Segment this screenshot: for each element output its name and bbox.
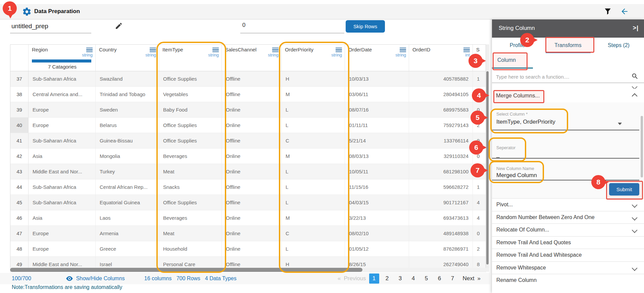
panel-scrollbar[interactable] [641,116,643,177]
table-cell[interactable]: Beverages [159,210,222,225]
table-cell[interactable]: 1 [473,179,486,195]
column-menu-icon[interactable] [212,48,219,52]
select-column-field[interactable]: ItemType, OrderPriority [496,119,555,125]
table-cell[interactable]: Online [222,118,282,133]
pagination-next[interactable]: Next [463,275,475,282]
table-cell[interactable]: 10/03/13 [345,71,409,86]
table-cell[interactable]: Sub-Saharan Africa [29,71,96,86]
pagination-previous[interactable]: Previous [344,275,366,282]
column-menu-icon[interactable] [336,48,342,52]
table-cell[interactable]: 280494105 [409,87,473,102]
row-number[interactable]: 43 [10,164,29,179]
show-hide-columns-button[interactable]: Show/Hide Columns [76,276,125,282]
table-cell[interactable]: 08/02/10 [345,226,409,241]
function-item-merge-columns[interactable]: Merge Columns... [492,89,644,103]
row-number[interactable]: 41 [10,133,29,148]
filter-funnel-icon[interactable] [603,7,612,16]
table-cell[interactable]: 01/11/11 [345,118,409,133]
table-cell[interactable]: Offline [222,87,282,102]
table-cell[interactable]: Asia [29,210,96,225]
table-cell[interactable]: 2 [473,118,486,133]
table-cell[interactable]: 1 [473,71,486,86]
column-header-orderdate[interactable]: OrderDatestring [345,45,409,71]
tab-steps-2-[interactable]: Steps (2) [593,38,644,53]
table-cell[interactable] [473,87,486,102]
tab-transforms[interactable]: Transforms [543,38,593,53]
table-cell[interactable]: Online [222,210,282,225]
row-number[interactable]: 46 [10,210,29,225]
table-cell[interactable]: 405785882 [409,71,473,86]
column-header-region[interactable]: Regionstring7 Catagories [29,45,96,71]
table-cell[interactable]: 11/15/16 [345,179,409,195]
table-cell[interactable]: M [282,149,345,164]
table-cell[interactable]: Offline [222,71,282,86]
function-item-remove-trail-and-lead-quotes[interactable]: Remove Trail And Lead Quotes [492,236,644,249]
table-cell[interactable]: L [282,195,345,210]
table-cell[interactable] [473,164,486,179]
page-number[interactable]: 3 [395,274,405,284]
table-cell[interactable]: 4 [473,210,486,225]
table-cell[interactable]: 2 [473,241,486,256]
table-cell[interactable]: 04/03/15 [345,195,409,210]
table-cell[interactable]: 133766114 [409,133,473,148]
vertical-scrollbar[interactable] [486,71,489,264]
column-header-orderpriority[interactable]: OrderPrioritystring [282,45,345,71]
function-search-input[interactable]: Type here to search a function.... [496,74,569,80]
table-cell[interactable]: Office Supplies [159,118,222,133]
table-cell[interactable]: Offline [222,179,282,195]
table-cell[interactable]: H [282,71,345,86]
function-item-relocate-of-column-[interactable]: Relocate Of Column... [492,223,644,236]
clipped-function-item[interactable] [492,83,644,89]
table-cell[interactable]: Laos [96,210,159,225]
magnifier-icon[interactable] [631,73,639,80]
table-cell[interactable]: 489148938 [409,226,473,241]
table-cell[interactable]: L [282,118,345,133]
table-cell[interactable]: Online [222,164,282,179]
table-cell[interactable]: 0 [473,226,486,241]
tab-column[interactable]: Column [497,57,516,63]
table-cell[interactable]: Sub-Saharan Africa [29,195,96,210]
dropdown-caret-icon[interactable] [618,123,622,125]
column-menu-icon[interactable] [400,48,406,52]
table-cell[interactable]: 689975583 [409,102,473,117]
table-cell[interactable]: Office Supplies [159,195,222,210]
column-header-country[interactable]: Countrystring [96,45,159,71]
column-menu-icon[interactable] [86,48,93,52]
function-item-remove-whitespace[interactable]: Remove Whitespace [492,261,644,274]
table-cell[interactable]: 0 [473,149,486,164]
table-cell[interactable]: 901712167 [409,195,473,210]
tab-profile[interactable]: Profile [492,38,543,53]
new-column-name-field[interactable]: Merged Column [496,172,537,179]
collapse-panel-icon[interactable]: >| [633,25,639,32]
table-cell[interactable]: Europe [29,241,96,256]
table-cell[interactable]: Sweden [96,102,159,117]
table-cell[interactable]: Europe [29,226,96,241]
table-cell[interactable]: Online [222,241,282,256]
table-cell[interactable]: Snacks [159,179,222,195]
row-number[interactable]: 37 [10,71,29,86]
row-number[interactable]: 39 [10,102,29,117]
separator-field[interactable]: _ [496,152,499,158]
table-cell[interactable]: Online [222,102,282,117]
table-cell[interactable]: Asia [29,149,96,164]
row-number[interactable]: 40 [10,118,29,133]
pencil-edit-icon[interactable] [115,22,123,30]
table-cell[interactable]: Equatorial Guinea [96,195,159,210]
table-cell[interactable]: Europe [29,102,96,117]
page-number[interactable]: 5 [422,274,432,284]
table-cell[interactable]: Meat [159,226,222,241]
table-cell[interactable]: 3/22/13 [345,210,409,225]
table-cell[interactable]: C [282,226,345,241]
table-cell[interactable]: 08/03/13 [345,149,409,164]
table-cell[interactable]: 0 [473,102,486,117]
table-cell[interactable]: Guinea-Bissau [96,133,159,148]
row-number[interactable]: 42 [10,149,29,164]
horizontal-scrollbar[interactable] [10,268,362,272]
function-item-random-number-between-zero-and-one[interactable]: Random Number Between Zero And One [492,211,644,224]
row-number[interactable]: 38 [10,87,29,102]
table-cell[interactable]: M [282,87,345,102]
pagination-last-icon[interactable]: » [478,275,481,282]
row-number[interactable]: 44 [10,179,29,195]
table-cell[interactable]: Household [159,241,222,256]
table-cell[interactable]: Belarus [96,118,159,133]
